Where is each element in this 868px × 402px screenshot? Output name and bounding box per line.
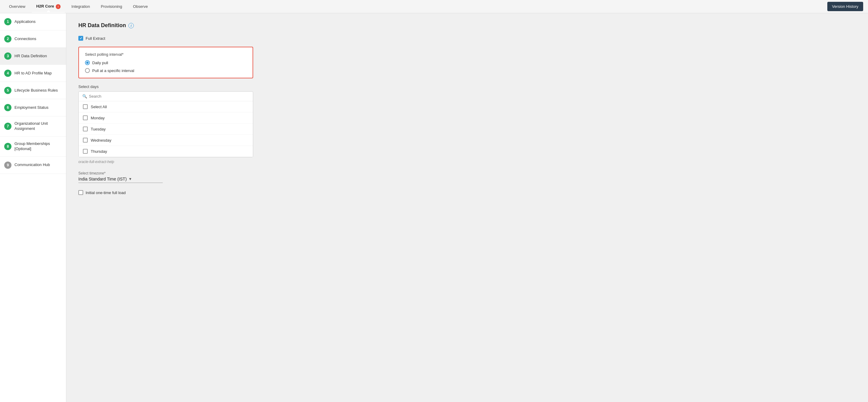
- day-option-thursday[interactable]: Thursday: [79, 146, 253, 157]
- day-label-thursday: Thursday: [91, 149, 107, 154]
- step-badge-2: 2: [4, 35, 11, 42]
- day-label-monday: Monday: [91, 116, 104, 120]
- select-days-section: Select days 🔍 Select All: [79, 84, 856, 164]
- day-option-select-all[interactable]: Select All: [79, 101, 253, 113]
- top-navigation: Overview H2R Core ! Integration Provisio…: [0, 0, 868, 13]
- sidebar-item-employment-status[interactable]: 6 Employment Status: [0, 99, 66, 116]
- sidebar-item-label-applications: Applications: [14, 19, 36, 24]
- nav-integration[interactable]: Integration: [67, 1, 94, 12]
- search-icon: 🔍: [82, 94, 87, 98]
- day-option-monday[interactable]: Monday: [79, 113, 253, 124]
- help-icon[interactable]: i: [128, 23, 134, 28]
- polling-interval-title: Select polling interval*: [85, 52, 247, 57]
- sidebar-item-label-hr-data-definition: HR Data Definition: [14, 54, 47, 59]
- radio-specific-interval[interactable]: Pull at a specific interval: [85, 68, 247, 73]
- step-badge-4: 4: [4, 70, 11, 77]
- sidebar-item-label-org-unit-assignment: Organizational Unit Assignment: [14, 121, 62, 131]
- days-search-row: 🔍: [79, 92, 253, 101]
- step-badge-8: 8: [4, 143, 11, 150]
- day-option-wednesday[interactable]: Wednesday: [79, 135, 253, 146]
- content-area: HR Data Definition i Full Extract Select…: [66, 13, 868, 402]
- version-history-button[interactable]: Version History: [827, 2, 863, 11]
- full-extract-checkbox[interactable]: [79, 36, 83, 41]
- nav-badge: !: [56, 4, 61, 9]
- days-dropdown: 🔍 Select All Monday: [79, 91, 253, 157]
- initial-load-label: Initial one-time full load: [86, 190, 126, 195]
- sidebar-item-connections[interactable]: 2 Connections: [0, 30, 66, 48]
- sidebar-item-label-group-memberships: Group Memberships [Optional]: [14, 141, 62, 152]
- checkbox-wednesday[interactable]: [83, 138, 88, 143]
- nav-observe[interactable]: Observe: [129, 1, 152, 12]
- sidebar-item-label-communication-hub: Communication Hub: [14, 162, 50, 167]
- active-tab-indicator: [47, 10, 50, 12]
- sidebar-item-communication-hub[interactable]: 9 Communication Hub: [0, 157, 66, 174]
- step-badge-3: 3: [4, 53, 11, 60]
- select-days-label: Select days: [79, 84, 856, 89]
- checkbox-tuesday[interactable]: [83, 127, 88, 131]
- nav-overview[interactable]: Overview: [5, 1, 30, 12]
- step-badge-9: 9: [4, 161, 11, 169]
- checkbox-thursday[interactable]: [83, 149, 88, 154]
- sidebar-item-group-memberships[interactable]: 8 Group Memberships [Optional]: [0, 136, 66, 157]
- full-extract-label: Full Extract: [86, 36, 105, 41]
- nav-provisioning[interactable]: Provisioning: [97, 1, 127, 12]
- sidebar-item-applications[interactable]: 1 Applications: [0, 13, 66, 30]
- sidebar: 1 Applications 2 Connections 3 HR Data D…: [0, 13, 66, 402]
- radio-label-specific-interval: Pull at a specific interval: [92, 68, 134, 73]
- day-label-tuesday: Tuesday: [91, 127, 105, 131]
- sidebar-item-label-connections: Connections: [14, 36, 36, 41]
- timezone-label: Select timezone*: [79, 171, 856, 175]
- initial-load-row: Initial one-time full load: [79, 190, 856, 195]
- main-layout: 1 Applications 2 Connections 3 HR Data D…: [0, 13, 868, 402]
- day-label-wednesday: Wednesday: [91, 138, 111, 143]
- sidebar-item-hr-ad-profile-map[interactable]: 4 HR to AD Profile Map: [0, 65, 66, 82]
- days-search-input[interactable]: [89, 94, 249, 98]
- radio-daily-pull[interactable]: Daily pull: [85, 60, 247, 65]
- step-badge-7: 7: [4, 123, 11, 130]
- timezone-select[interactable]: India Standard Time (IST) ▼: [79, 177, 163, 183]
- sidebar-item-lifecycle-business-rules[interactable]: 5 Lifecycle Business Rules: [0, 82, 66, 99]
- sidebar-item-hr-data-definition[interactable]: 3 HR Data Definition: [0, 48, 66, 65]
- day-option-tuesday[interactable]: Tuesday: [79, 124, 253, 135]
- day-label-select-all: Select All: [91, 104, 107, 109]
- sidebar-item-org-unit-assignment[interactable]: 7 Organizational Unit Assignment: [0, 116, 66, 136]
- radio-btn-daily-pull[interactable]: [85, 60, 90, 65]
- help-text: oracle-full-extract-help: [79, 160, 856, 164]
- sidebar-item-label-employment-status: Employment Status: [14, 105, 49, 110]
- timezone-section: Select timezone* India Standard Time (IS…: [79, 171, 856, 183]
- step-badge-6: 6: [4, 104, 11, 111]
- radio-btn-specific-interval[interactable]: [85, 68, 90, 73]
- nav-h2r-core[interactable]: H2R Core !: [32, 1, 65, 12]
- chevron-down-icon: ▼: [128, 177, 132, 181]
- nav-items: Overview H2R Core ! Integration Provisio…: [5, 1, 827, 12]
- days-list: Select All Monday Tuesday Wednesday: [79, 101, 253, 157]
- step-badge-1: 1: [4, 18, 11, 25]
- initial-load-checkbox[interactable]: [79, 190, 83, 195]
- step-badge-5: 5: [4, 87, 11, 94]
- full-extract-row: Full Extract: [79, 36, 856, 41]
- checkbox-select-all[interactable]: [83, 104, 88, 109]
- polling-interval-box: Select polling interval* Daily pull Pull…: [79, 47, 253, 79]
- checkbox-monday[interactable]: [83, 116, 88, 120]
- sidebar-item-label-hr-ad-profile-map: HR to AD Profile Map: [14, 71, 52, 76]
- sidebar-item-label-lifecycle-business-rules: Lifecycle Business Rules: [14, 88, 58, 93]
- radio-label-daily-pull: Daily pull: [92, 61, 108, 65]
- page-title: HR Data Definition i: [79, 22, 856, 29]
- timezone-value: India Standard Time (IST): [79, 177, 127, 181]
